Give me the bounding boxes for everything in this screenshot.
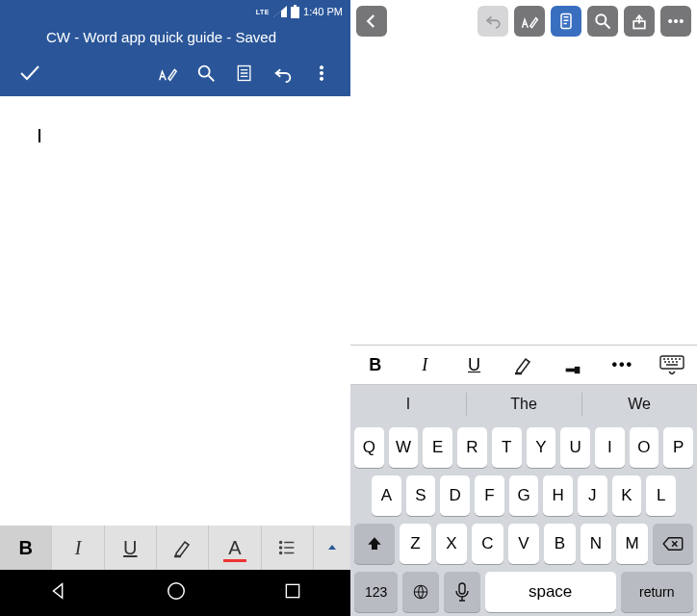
android-title-bar: CW - Word app quick guide - Saved bbox=[0, 23, 350, 50]
pen-format-button[interactable] bbox=[514, 6, 545, 37]
svg-point-16 bbox=[674, 19, 677, 22]
svg-point-10 bbox=[168, 583, 185, 600]
prediction-2[interactable]: The bbox=[466, 385, 581, 424]
keyboard-predictions: I The We bbox=[350, 385, 697, 424]
font-color-button[interactable]: A bbox=[209, 526, 261, 570]
key-w[interactable]: W bbox=[389, 427, 419, 468]
underline-button[interactable]: U bbox=[450, 346, 499, 384]
underline-button[interactable]: U bbox=[105, 526, 157, 570]
ios-keyboard: Q W E R T Y U I O P A S D F G H J K L Z bbox=[350, 424, 697, 616]
key-a[interactable]: A bbox=[372, 475, 401, 516]
font-color-button[interactable] bbox=[549, 346, 598, 384]
android-format-bar: B I U A bbox=[0, 526, 350, 570]
key-z[interactable]: Z bbox=[400, 524, 431, 564]
keyboard-row-3: Z X C V B N M bbox=[354, 524, 693, 564]
key-space[interactable]: space bbox=[485, 572, 616, 612]
key-h[interactable]: H bbox=[543, 475, 573, 516]
more-format-button[interactable]: ••• bbox=[598, 346, 647, 384]
keyboard-row-2: A S D F G H J K L bbox=[354, 475, 693, 516]
ios-screen: B I U ••• I The We Q W E R T Y U I O P bbox=[350, 0, 697, 616]
android-toolbar bbox=[0, 50, 350, 96]
highlight-button[interactable] bbox=[499, 346, 548, 384]
svg-rect-11 bbox=[286, 584, 298, 597]
keyboard-row-4: 123 space return bbox=[354, 572, 693, 612]
read-mode-button[interactable] bbox=[225, 54, 264, 92]
done-button[interactable] bbox=[10, 54, 48, 92]
key-r[interactable]: R bbox=[457, 427, 487, 468]
keyboard-row-1: Q W E R T Y U I O P bbox=[354, 427, 693, 468]
key-y[interactable]: Y bbox=[527, 427, 556, 468]
key-n[interactable]: N bbox=[581, 524, 612, 564]
key-k[interactable]: K bbox=[612, 475, 642, 516]
key-globe[interactable] bbox=[402, 572, 439, 612]
italic-button[interactable]: I bbox=[400, 346, 449, 384]
key-o[interactable]: O bbox=[630, 427, 659, 468]
expand-format-button[interactable] bbox=[314, 526, 350, 570]
key-numbers[interactable]: 123 bbox=[354, 572, 398, 612]
nav-recent-button[interactable] bbox=[283, 581, 302, 604]
bold-button[interactable]: B bbox=[350, 346, 400, 384]
font-color-swatch bbox=[223, 559, 246, 562]
key-d[interactable]: D bbox=[440, 475, 470, 516]
prediction-1[interactable]: I bbox=[350, 385, 466, 424]
android-document-canvas[interactable] bbox=[0, 96, 350, 526]
key-s[interactable]: S bbox=[406, 475, 436, 516]
nav-home-button[interactable] bbox=[166, 580, 187, 605]
key-shift[interactable] bbox=[354, 524, 395, 564]
key-g[interactable]: G bbox=[509, 475, 539, 516]
search-button[interactable] bbox=[187, 54, 225, 92]
ios-toolbar bbox=[350, 0, 697, 42]
network-label: LTE bbox=[256, 9, 270, 15]
key-b[interactable]: B bbox=[544, 524, 576, 564]
overflow-menu-button[interactable] bbox=[660, 6, 691, 37]
key-v[interactable]: V bbox=[508, 524, 540, 564]
svg-point-8 bbox=[280, 547, 282, 549]
text-cursor bbox=[39, 129, 40, 142]
key-u[interactable]: U bbox=[560, 427, 590, 468]
mobile-view-button[interactable] bbox=[551, 6, 581, 37]
battery-icon bbox=[291, 5, 299, 18]
back-button[interactable] bbox=[356, 6, 387, 37]
share-button[interactable] bbox=[624, 6, 655, 37]
svg-point-4 bbox=[320, 66, 323, 69]
overflow-menu-button[interactable] bbox=[302, 54, 341, 92]
svg-rect-0 bbox=[291, 7, 299, 18]
clock: 1:40 PM bbox=[303, 6, 343, 17]
italic-button[interactable]: I bbox=[52, 526, 104, 570]
key-j[interactable]: J bbox=[578, 475, 607, 516]
bold-button[interactable]: B bbox=[0, 526, 52, 570]
key-i[interactable]: I bbox=[595, 427, 625, 468]
prediction-3[interactable]: We bbox=[581, 385, 697, 424]
key-f[interactable]: F bbox=[475, 475, 504, 516]
key-backspace[interactable] bbox=[653, 524, 693, 564]
key-return[interactable]: return bbox=[621, 572, 693, 612]
android-screen: LTE 1:40 PM CW - Word app quick guide - … bbox=[0, 0, 350, 616]
key-q[interactable]: Q bbox=[354, 427, 384, 468]
svg-point-9 bbox=[280, 552, 282, 554]
ios-format-bar: B I U ••• bbox=[350, 345, 697, 385]
svg-point-7 bbox=[280, 542, 282, 544]
svg-rect-1 bbox=[294, 5, 297, 7]
pen-format-button[interactable] bbox=[148, 54, 187, 92]
key-c[interactable]: C bbox=[472, 524, 503, 564]
key-x[interactable]: X bbox=[436, 524, 468, 564]
undo-button[interactable] bbox=[478, 6, 508, 37]
svg-rect-19 bbox=[575, 367, 581, 373]
svg-point-17 bbox=[680, 19, 683, 22]
undo-button[interactable] bbox=[264, 54, 302, 92]
bulleted-list-button[interactable] bbox=[262, 526, 314, 570]
signal-icon bbox=[273, 6, 287, 17]
key-p[interactable]: P bbox=[663, 427, 693, 468]
key-dictation[interactable] bbox=[444, 572, 480, 612]
key-e[interactable]: E bbox=[423, 427, 452, 468]
android-nav-bar bbox=[0, 570, 350, 616]
svg-rect-12 bbox=[561, 14, 571, 29]
key-l[interactable]: L bbox=[646, 475, 676, 516]
key-t[interactable]: T bbox=[492, 427, 522, 468]
hide-keyboard-button[interactable] bbox=[648, 346, 697, 384]
nav-back-button[interactable] bbox=[48, 580, 69, 605]
highlight-button[interactable] bbox=[157, 526, 209, 570]
search-button[interactable] bbox=[587, 6, 618, 37]
key-m[interactable]: M bbox=[616, 524, 648, 564]
ios-document-canvas[interactable] bbox=[350, 42, 697, 345]
